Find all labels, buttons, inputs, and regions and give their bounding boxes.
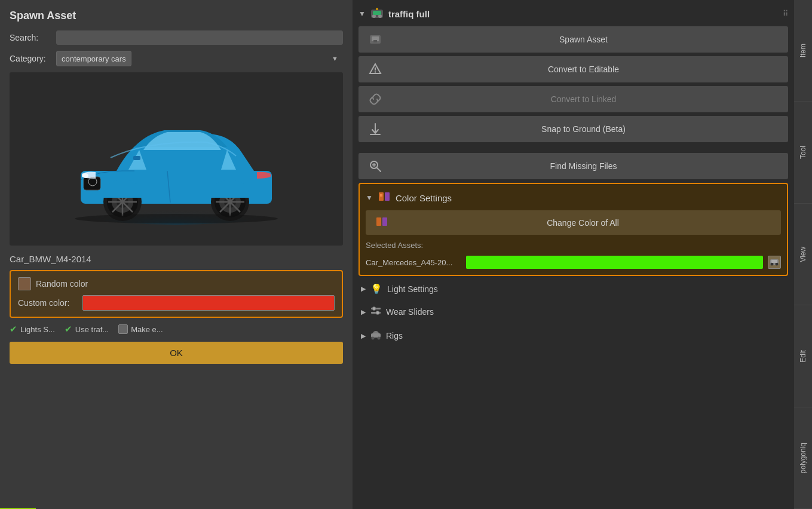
svg-point-30 xyxy=(376,8,378,10)
convert-editable-icon xyxy=(368,62,382,76)
drag-handle: ⠿ xyxy=(783,10,788,18)
svg-rect-3 xyxy=(85,178,92,189)
checkbox-lights[interactable]: ✔ Lights S... xyxy=(10,324,55,335)
tab-tool[interactable]: Tool xyxy=(794,102,812,203)
car-preview xyxy=(10,72,343,246)
svg-rect-4 xyxy=(93,178,99,189)
svg-point-55 xyxy=(376,311,379,315)
asset-icon xyxy=(768,256,781,269)
light-settings-item[interactable]: ▶ 💡 Light Settings xyxy=(358,280,788,298)
svg-point-57 xyxy=(372,337,375,340)
car-illustration xyxy=(51,93,302,225)
spawn-asset-icon xyxy=(368,32,382,47)
snap-ground-icon xyxy=(368,122,382,136)
spawn-asset-label: Spawn Asset xyxy=(388,35,779,44)
svg-point-5 xyxy=(82,173,88,178)
change-color-icon xyxy=(375,215,388,230)
right-color-section: ▼ Color Settings xyxy=(358,183,788,276)
light-settings-label: Light Settings xyxy=(387,284,438,294)
checkbox-traffic-icon: ✔ xyxy=(65,324,72,335)
svg-point-49 xyxy=(771,263,774,266)
rigs-item[interactable]: ▶ Rigs xyxy=(358,326,788,346)
category-select-wrapper: contemporary cars classic cars trucks mo… xyxy=(56,51,343,66)
checkbox-lights-icon: ✔ xyxy=(10,324,17,335)
tab-edit[interactable]: Edit xyxy=(794,305,812,407)
color-section-arrow[interactable]: ▼ xyxy=(366,194,373,202)
convert-editable-label: Convert to Editable xyxy=(388,65,779,74)
asset-color-bar[interactable] xyxy=(466,256,763,269)
car-name: Car_BMW_M4-2014 xyxy=(10,254,343,264)
checkboxes-row: ✔ Lights S... ✔ Use traf... Make e... xyxy=(10,324,343,335)
tab-edit-label: Edit xyxy=(799,350,807,363)
svg-rect-23 xyxy=(133,156,140,160)
category-label: Category: xyxy=(10,54,51,63)
convert-linked-label: Convert to Linked xyxy=(388,94,779,104)
checkbox-make-label: Make e... xyxy=(131,325,163,334)
rigs-icon xyxy=(370,329,381,342)
svg-rect-47 xyxy=(382,217,387,226)
snap-ground-label: Snap to Ground (Beta) xyxy=(388,124,779,134)
random-color-row: Random color xyxy=(18,277,335,290)
panel-title: traffiq full xyxy=(388,9,430,19)
checkbox-traffic[interactable]: ✔ Use traf... xyxy=(65,324,109,335)
section-gap-1 xyxy=(358,146,788,149)
spawn-asset-button[interactable]: Spawn Asset xyxy=(358,26,788,53)
tab-polygoniq-label: polygoniq xyxy=(799,443,807,473)
search-row: Search: xyxy=(10,30,343,45)
rigs-label: Rigs xyxy=(386,331,403,341)
svg-point-50 xyxy=(776,263,779,266)
svg-rect-46 xyxy=(376,217,381,226)
random-color-swatch[interactable] xyxy=(18,277,31,290)
asset-row: Car_Mercedes_A45-20... xyxy=(366,256,781,269)
wear-sliders-item[interactable]: ▶ Wear Sliders xyxy=(358,302,788,322)
tab-tool-label: Tool xyxy=(799,146,807,159)
wear-sliders-icon xyxy=(370,305,381,318)
asset-name: Car_Mercedes_A45-20... xyxy=(366,258,461,267)
checkbox-make-icon xyxy=(118,324,128,334)
panel-header-icon xyxy=(370,7,384,20)
custom-color-row: Custom color: xyxy=(18,295,335,311)
ok-button[interactable]: OK xyxy=(10,342,343,364)
wear-sliders-arrow: ▶ xyxy=(361,308,366,316)
search-input[interactable] xyxy=(56,30,343,45)
traffiq-icon xyxy=(370,7,384,20)
wear-sliders-label: Wear Sliders xyxy=(386,307,434,317)
tab-polygoniq[interactable]: polygoniq xyxy=(794,407,812,509)
svg-rect-51 xyxy=(771,260,777,263)
find-missing-button[interactable]: Find Missing Files xyxy=(358,153,788,179)
left-panel-title: Spawn Asset xyxy=(10,10,343,22)
change-color-label: Change Color of All xyxy=(394,218,771,228)
tab-item[interactable]: Item xyxy=(794,0,812,102)
checkbox-make[interactable]: Make e... xyxy=(118,324,163,334)
svg-rect-45 xyxy=(380,194,382,197)
svg-line-40 xyxy=(377,168,381,171)
category-select[interactable]: contemporary cars classic cars trucks mo… xyxy=(56,51,131,66)
svg-rect-33 xyxy=(373,40,377,42)
rigs-arrow: ▶ xyxy=(361,332,366,340)
color-section-header: ▼ Color Settings xyxy=(366,190,781,206)
snap-ground-button[interactable]: Snap to Ground (Beta) xyxy=(358,116,788,142)
tab-view[interactable]: View xyxy=(794,204,812,305)
light-settings-arrow: ▶ xyxy=(361,285,366,293)
change-color-button[interactable]: Change Color of All xyxy=(366,210,781,235)
right-content: ▼ traffiq full ⠿ xyxy=(353,0,794,509)
color-section-icon xyxy=(378,190,391,206)
find-missing-label: Find Missing Files xyxy=(388,161,779,171)
convert-editable-button[interactable]: Convert to Editable xyxy=(358,56,788,82)
svg-point-58 xyxy=(378,337,381,340)
left-panel: Spawn Asset Search: Category: contempora… xyxy=(0,0,353,509)
checkbox-lights-label: Lights S... xyxy=(20,325,55,334)
right-panel: ▼ traffiq full ⠿ xyxy=(353,0,812,509)
custom-color-swatch[interactable] xyxy=(82,295,335,311)
car-svg xyxy=(10,72,343,246)
tab-label: Item xyxy=(799,44,807,57)
panel-collapse-arrow[interactable]: ▼ xyxy=(358,10,366,18)
search-label: Search: xyxy=(10,33,51,42)
light-settings-icon: 💡 xyxy=(370,283,382,295)
find-missing-icon xyxy=(368,159,382,173)
convert-linked-button[interactable]: Convert to Linked xyxy=(358,86,788,112)
svg-rect-44 xyxy=(385,192,390,201)
svg-point-54 xyxy=(372,307,376,311)
category-row: Category: contemporary cars classic cars… xyxy=(10,51,343,66)
svg-point-25 xyxy=(75,214,278,223)
